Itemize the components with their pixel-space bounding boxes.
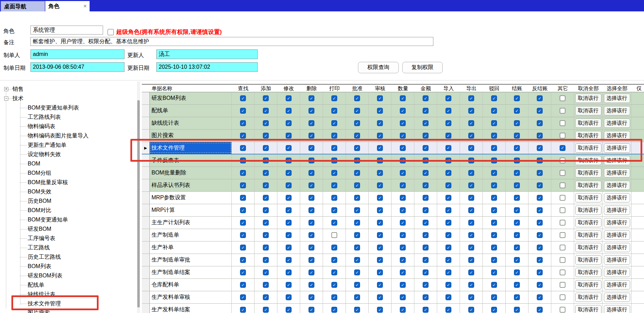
- checkbox-checked[interactable]: ✓: [400, 158, 406, 163]
- checkbox-checked[interactable]: ✓: [309, 257, 314, 263]
- checkbox-checked[interactable]: ✓: [491, 269, 497, 275]
- checkbox-checked[interactable]: ✓: [263, 158, 269, 163]
- checkbox-checked[interactable]: ✓: [491, 257, 497, 263]
- checkbox-checked[interactable]: ✓: [423, 170, 429, 176]
- row-indicator[interactable]: [142, 254, 150, 266]
- checkbox-checked[interactable]: ✓: [423, 120, 429, 126]
- checkbox-checked[interactable]: ✓: [354, 232, 360, 238]
- permission-query-button[interactable]: 权限查询: [358, 62, 399, 73]
- tree-leaf-item[interactable]: 研发BOM列表: [28, 271, 62, 280]
- document-name-cell[interactable]: 仓库配料单: [150, 279, 232, 291]
- tree-leaf-item[interactable]: 研发BOM: [28, 225, 51, 234]
- checkbox-checked[interactable]: ✓: [240, 269, 246, 275]
- checkbox-checked[interactable]: ✓: [331, 108, 337, 114]
- document-name-cell[interactable]: 图片搜索: [150, 130, 232, 142]
- checkbox-checked[interactable]: ✓: [331, 133, 337, 139]
- tree-scrollbar-thumb[interactable]: [137, 100, 140, 307]
- checkbox-checked[interactable]: ✓: [377, 195, 383, 201]
- select-row-button[interactable]: 选择该行: [604, 168, 630, 178]
- select-row-button[interactable]: 选择该行: [604, 118, 630, 128]
- checkbox-checked[interactable]: ✓: [240, 120, 246, 126]
- checkbox-checked[interactable]: ✓: [354, 294, 360, 300]
- checkbox-checked[interactable]: ✓: [354, 108, 360, 114]
- checkbox-checked[interactable]: ✓: [423, 108, 429, 114]
- row-indicator[interactable]: [142, 179, 150, 191]
- checkbox-checked[interactable]: ✓: [468, 269, 474, 275]
- checkbox-checked[interactable]: ✓: [263, 95, 269, 101]
- checkbox-checked[interactable]: ✓: [468, 207, 474, 213]
- checkbox-checked[interactable]: ✓: [468, 120, 474, 126]
- checkbox-checked[interactable]: ✓: [309, 307, 314, 313]
- row-indicator[interactable]: [142, 304, 150, 313]
- checkbox-checked[interactable]: ✓: [514, 108, 520, 114]
- tree-leaf-item[interactable]: 物料编码表图片批量导入: [28, 131, 89, 140]
- checkbox-checked[interactable]: ✓: [377, 95, 383, 101]
- document-name-cell[interactable]: MRP计算: [150, 204, 232, 216]
- checkbox-checked[interactable]: ✓: [309, 282, 314, 288]
- super-role-checkbox[interactable]: [108, 29, 114, 35]
- cancel-row-button[interactable]: 取消该行: [575, 193, 601, 202]
- checkbox-checked[interactable]: ✓: [537, 120, 543, 126]
- checkbox-unchecked[interactable]: [560, 182, 565, 188]
- checkbox-checked[interactable]: ✓: [491, 120, 497, 126]
- checkbox-checked[interactable]: ✓: [423, 158, 429, 163]
- row-indicator[interactable]: [142, 117, 150, 129]
- checkbox-checked[interactable]: ✓: [263, 269, 269, 275]
- checkbox-checked[interactable]: ✓: [286, 207, 292, 213]
- checkbox-checked[interactable]: ✓: [400, 170, 406, 176]
- row-indicator[interactable]: [142, 167, 150, 179]
- document-name-cell[interactable]: 技术文件管理: [150, 142, 232, 154]
- checkbox-checked[interactable]: ✓: [468, 294, 474, 300]
- checkbox-checked[interactable]: ✓: [423, 207, 429, 213]
- cancel-row-button[interactable]: 取消该行: [575, 218, 601, 227]
- document-name-cell[interactable]: BOM批量删除: [150, 167, 232, 179]
- checkbox-checked[interactable]: ✓: [400, 207, 406, 213]
- select-row-button[interactable]: 选择该行: [604, 268, 630, 277]
- cancel-row-button[interactable]: 取消该行: [575, 168, 601, 178]
- checkbox-checked[interactable]: ✓: [240, 195, 246, 201]
- row-indicator[interactable]: [142, 229, 150, 241]
- checkbox-checked[interactable]: ✓: [263, 108, 269, 114]
- cancel-row-button[interactable]: 取消该行: [575, 243, 601, 252]
- select-row-button[interactable]: 选择该行: [604, 206, 630, 215]
- tree-leaf-item[interactable]: 工序编号表: [28, 234, 55, 243]
- checkbox-unchecked[interactable]: [560, 269, 565, 275]
- cancel-row-button[interactable]: 取消该行: [575, 230, 601, 240]
- tree-leaf-item[interactable]: 配线单: [28, 281, 44, 290]
- checkbox-checked[interactable]: ✓: [423, 232, 429, 238]
- checkbox-checked[interactable]: ✓: [286, 282, 292, 288]
- checkbox-checked[interactable]: ✓: [377, 120, 383, 126]
- checkbox-checked[interactable]: ✓: [491, 207, 497, 213]
- checkbox-checked[interactable]: ✓: [468, 307, 474, 313]
- checkbox-checked[interactable]: ✓: [263, 170, 269, 176]
- checkbox-checked[interactable]: ✓: [423, 257, 429, 263]
- checkbox-checked[interactable]: ✓: [514, 207, 520, 213]
- checkbox-checked[interactable]: ✓: [263, 294, 269, 300]
- checkbox-checked[interactable]: ✓: [400, 257, 406, 263]
- checkbox-checked[interactable]: ✓: [560, 145, 565, 151]
- checkbox-checked[interactable]: ✓: [537, 133, 543, 139]
- checkbox-unchecked[interactable]: [560, 108, 565, 114]
- close-icon[interactable]: ×: [83, 1, 87, 11]
- checkbox-checked[interactable]: ✓: [445, 245, 451, 250]
- checkbox-checked[interactable]: ✓: [377, 170, 383, 176]
- checkbox-checked[interactable]: ✓: [331, 158, 337, 163]
- checkbox-checked[interactable]: ✓: [423, 269, 429, 275]
- checkbox-checked[interactable]: ✓: [514, 294, 520, 300]
- checkbox-checked[interactable]: ✓: [468, 220, 474, 226]
- checkbox-checked[interactable]: ✓: [354, 133, 360, 139]
- checkbox-unchecked[interactable]: [560, 282, 565, 288]
- document-name-cell[interactable]: 配线单: [150, 105, 232, 117]
- checkbox-checked[interactable]: ✓: [263, 195, 269, 201]
- tree-leaf-item[interactable]: 缺线统计表: [28, 290, 55, 299]
- checkbox-checked[interactable]: ✓: [331, 220, 337, 226]
- checkbox-checked[interactable]: ✓: [354, 95, 360, 101]
- row-indicator[interactable]: [142, 105, 150, 117]
- checkbox-checked[interactable]: ✓: [423, 307, 429, 313]
- checkbox-checked[interactable]: ✓: [445, 257, 451, 263]
- row-indicator[interactable]: [142, 192, 150, 204]
- checkbox-checked[interactable]: ✓: [400, 282, 406, 288]
- checkbox-checked[interactable]: ✓: [263, 207, 269, 213]
- checkbox-checked[interactable]: ✓: [331, 269, 337, 275]
- checkbox-checked[interactable]: ✓: [240, 257, 246, 263]
